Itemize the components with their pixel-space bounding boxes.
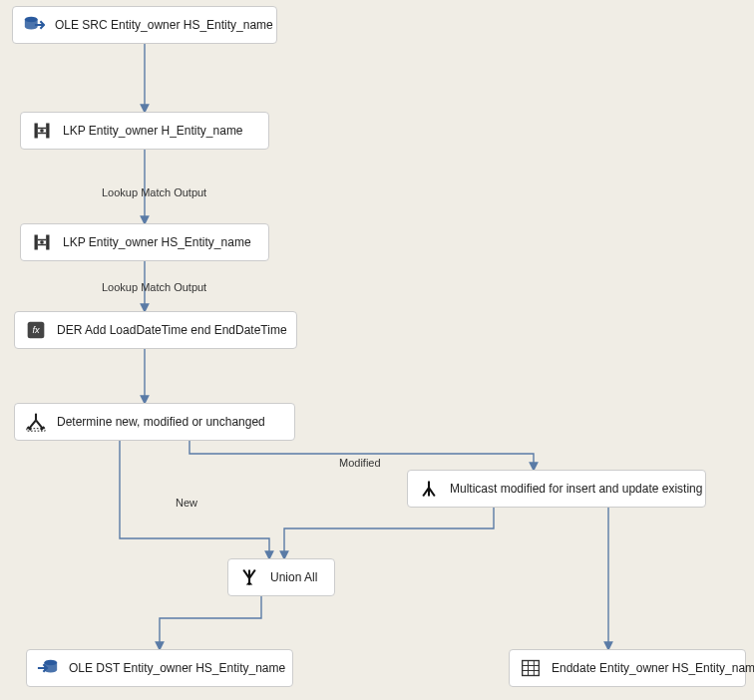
svg-rect-1: [35, 124, 38, 139]
node-label: LKP Entity_owner H_Entity_name: [63, 124, 243, 138]
conditional-split-icon: [25, 411, 47, 433]
svg-rect-4: [35, 235, 38, 250]
union-all-icon: [238, 566, 260, 588]
edge-label-new: New: [176, 497, 197, 509]
node-ole-dst[interactable]: OLE DST Entity_owner HS_Entity_name: [26, 649, 293, 687]
lookup-icon: [31, 120, 53, 142]
node-conditional-split[interactable]: Determine new, modified or unchanged: [14, 403, 295, 441]
node-label: Multicast modified for insert and update…: [450, 482, 702, 496]
node-label: Enddate Entity_owner HS_Entity_name: [552, 661, 754, 675]
connectors-layer: [0, 0, 754, 700]
node-label: Union All: [270, 570, 317, 584]
edge-label-lkp-h-out: Lookup Match Output: [102, 186, 206, 198]
lookup-icon: [31, 231, 53, 253]
svg-text:fx: fx: [32, 325, 40, 335]
db-source-icon: [23, 14, 45, 36]
edge-label-modified: Modified: [339, 457, 381, 469]
db-dest-icon: [37, 657, 59, 679]
table-icon: [520, 657, 542, 679]
node-derived-column[interactable]: fx DER Add LoadDateTime end EndDateTime: [14, 311, 297, 349]
node-ole-src[interactable]: OLE SRC Entity_owner HS_Entity_name: [12, 6, 277, 44]
derived-column-icon: fx: [25, 319, 47, 341]
node-union-all[interactable]: Union All: [227, 558, 335, 596]
svg-rect-11: [523, 661, 540, 676]
svg-rect-5: [46, 235, 49, 250]
node-lookup-hs[interactable]: LKP Entity_owner HS_Entity_name: [20, 223, 269, 261]
node-enddate-command[interactable]: Enddate Entity_owner HS_Entity_name: [509, 649, 746, 687]
edge-label-lkp-hs-out: Lookup Match Output: [102, 281, 206, 293]
node-label: OLE DST Entity_owner HS_Entity_name: [69, 661, 285, 675]
node-label: LKP Entity_owner HS_Entity_name: [63, 235, 251, 249]
svg-rect-2: [46, 124, 49, 139]
node-label: Determine new, modified or unchanged: [57, 415, 265, 429]
node-label: DER Add LoadDateTime end EndDateTime: [57, 323, 287, 337]
multicast-icon: [418, 478, 440, 500]
svg-point-3: [40, 129, 44, 133]
node-multicast[interactable]: Multicast modified for insert and update…: [407, 470, 706, 508]
svg-point-6: [40, 240, 44, 244]
node-lookup-h[interactable]: LKP Entity_owner H_Entity_name: [20, 112, 269, 150]
node-label: OLE SRC Entity_owner HS_Entity_name: [55, 18, 273, 32]
